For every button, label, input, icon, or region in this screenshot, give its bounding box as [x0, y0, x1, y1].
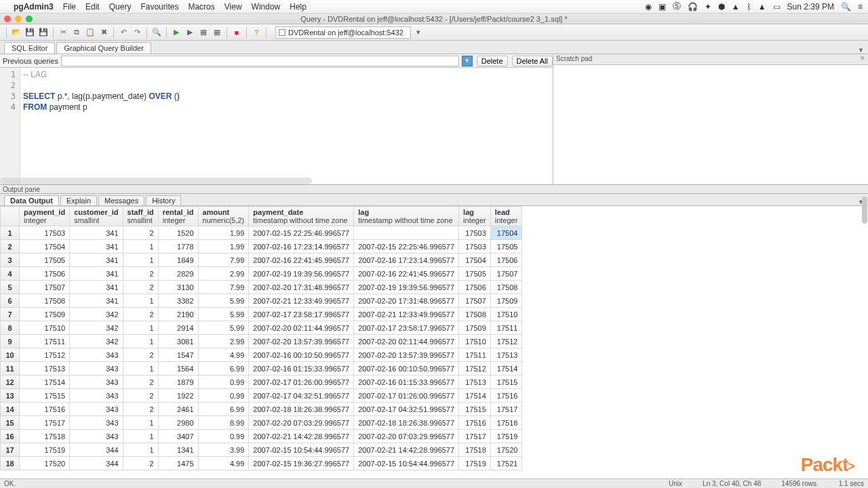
grid-cell[interactable]: 2007-02-21 12:33:49.996577	[249, 294, 354, 308]
grid-cell[interactable]: 1778	[158, 240, 198, 253]
grid-cell[interactable]: 2	[123, 457, 158, 470]
menu-view[interactable]: View	[224, 2, 242, 12]
grid-cell[interactable]: 17520	[490, 443, 522, 457]
row-header[interactable]: 10	[1, 348, 20, 362]
row-header[interactable]: 8	[1, 321, 20, 335]
grid-cell[interactable]: 2007-02-16 22:41:45.996577	[354, 267, 459, 281]
grid-cell[interactable]: 4.99	[198, 348, 249, 362]
redo-button[interactable]: ↷	[131, 26, 143, 39]
grid-cell[interactable]: 1564	[158, 362, 198, 375]
menu-window[interactable]: Window	[252, 2, 281, 12]
grid-cell[interactable]: 2007-02-16 17:23:14.996577	[354, 253, 459, 267]
grid-cell[interactable]: 2914	[158, 321, 198, 335]
grid-cell[interactable]: 17511	[20, 335, 70, 348]
grid-cell[interactable]: 2.99	[198, 267, 249, 281]
grid-cell[interactable]: 17519	[20, 443, 70, 457]
status-dropbox-icon[interactable]: ⬢	[718, 2, 725, 12]
grid-cell[interactable]: 2007-02-17 04:32:51.996577	[249, 389, 354, 403]
grid-cell[interactable]: 17509	[459, 321, 491, 335]
grid-cell[interactable]: 17518	[20, 430, 70, 443]
spotlight-icon[interactable]: 🔍	[841, 2, 851, 12]
grid-cell[interactable]: 17518	[459, 443, 491, 457]
column-header[interactable]: rental_idinteger	[158, 207, 198, 226]
grid-cell[interactable]: 0.99	[198, 389, 249, 403]
paste-button[interactable]: 📋	[84, 26, 96, 39]
grid-cell[interactable]: 17506	[459, 281, 491, 294]
grid-cell[interactable]: 2007-02-20 07:03:29.996577	[249, 416, 354, 430]
results-grid-wrap[interactable]: payment_idintegercustomer_idsmallintstaf…	[0, 206, 868, 488]
column-header[interactable]: staff_idsmallint	[123, 207, 158, 226]
explain-analyze-button[interactable]: ▦	[211, 26, 223, 39]
grid-cell[interactable]: 17517	[20, 416, 70, 430]
results-vscroll[interactable]	[862, 197, 867, 224]
grid-cell[interactable]	[354, 226, 459, 240]
grid-cell[interactable]: 17513	[459, 375, 491, 389]
grid-cell[interactable]: 3130	[158, 281, 198, 294]
grid-cell[interactable]: 17508	[490, 281, 522, 294]
grid-cell[interactable]: 1	[123, 321, 158, 335]
menu-query[interactable]: Query	[109, 2, 132, 12]
grid-cell[interactable]: 17517	[490, 403, 522, 416]
grid-cell[interactable]: 17514	[459, 389, 491, 403]
grid-cell[interactable]: 17519	[459, 457, 491, 470]
grid-cell[interactable]: 2007-02-17 01:26:00.996577	[354, 389, 459, 403]
grid-cell[interactable]: 2980	[158, 416, 198, 430]
grid-cell[interactable]: 2007-02-17 01:26:00.996577	[249, 375, 354, 389]
stop-button[interactable]: ■	[231, 26, 243, 39]
grid-cell[interactable]: 1	[123, 240, 158, 253]
status-record-icon[interactable]: ◉	[645, 2, 652, 12]
grid-cell[interactable]: 1	[123, 335, 158, 348]
grid-cell[interactable]: 2007-02-21 14:42:28.996577	[354, 443, 459, 457]
status-triangle-icon[interactable]: ▲	[732, 2, 740, 12]
grid-cell[interactable]: 1520	[158, 226, 198, 240]
scratch-close-icon[interactable]: ✕	[860, 55, 865, 64]
grid-cell[interactable]: 17506	[490, 253, 522, 267]
grid-cell[interactable]: 342	[70, 308, 123, 321]
help-button[interactable]: ?	[250, 26, 262, 39]
grid-cell[interactable]: 2	[123, 226, 158, 240]
grid-cell[interactable]: 5.99	[198, 308, 249, 321]
grid-cell[interactable]: 17510	[459, 335, 491, 348]
editor-hscroll[interactable]	[0, 178, 312, 184]
status-evernote-icon[interactable]: ✦	[705, 2, 711, 12]
status-wifi-icon[interactable]: ▲	[758, 2, 766, 12]
zoom-icon[interactable]	[26, 16, 33, 22]
find-button[interactable]: 🔍	[151, 26, 163, 39]
grid-cell[interactable]: 2007-02-20 13:57:39.996577	[249, 335, 354, 348]
grid-cell[interactable]: 1547	[158, 348, 198, 362]
app-name[interactable]: pgAdmin3	[14, 2, 54, 12]
grid-cell[interactable]: 344	[70, 443, 123, 457]
results-grid[interactable]: payment_idintegercustomer_idsmallintstaf…	[0, 206, 522, 470]
row-header[interactable]: 15	[1, 416, 20, 430]
grid-cell[interactable]: 17509	[490, 294, 522, 308]
grid-cell[interactable]: 2007-02-19 19:39:56.996577	[354, 281, 459, 294]
explain-button[interactable]: ▦	[197, 26, 210, 39]
grid-cell[interactable]: 2007-02-16 22:41:45.996577	[249, 253, 354, 267]
status-bluetooth-icon[interactable]: ᛒ	[747, 2, 751, 12]
grid-cell[interactable]: 17510	[490, 308, 522, 321]
row-header[interactable]: 14	[1, 403, 20, 416]
delete-all-button[interactable]: Delete All	[512, 56, 553, 66]
grid-cell[interactable]: 2	[123, 348, 158, 362]
grid-cell[interactable]: 341	[70, 281, 123, 294]
grid-cell[interactable]: 2007-02-16 00:10:50.996577	[249, 348, 354, 362]
tab-explain[interactable]: Explain	[60, 195, 97, 205]
grid-cell[interactable]: 2007-02-19 19:39:56.996577	[249, 267, 354, 281]
column-header[interactable]: amountnumeric(5,2)	[198, 207, 249, 226]
grid-cell[interactable]: 17519	[490, 430, 522, 443]
grid-cell[interactable]: 17513	[20, 362, 70, 375]
grid-cell[interactable]: 17512	[20, 348, 70, 362]
grid-cell[interactable]: 17507	[20, 281, 70, 294]
grid-cell[interactable]: 343	[70, 403, 123, 416]
column-header[interactable]: leadinteger	[490, 207, 522, 226]
grid-cell[interactable]: 1	[123, 362, 158, 375]
grid-cell[interactable]: 1	[123, 253, 158, 267]
grid-cell[interactable]: 17518	[490, 416, 522, 430]
row-header[interactable]: 12	[1, 375, 20, 389]
database-selector[interactable]: DVDRental on jeff@localhost:5432	[275, 26, 411, 39]
grid-cell[interactable]: 2007-02-20 17:31:48.996577	[354, 294, 459, 308]
grid-cell[interactable]: 2007-02-20 17:31:48.996577	[249, 281, 354, 294]
row-header[interactable]: 9	[1, 335, 20, 348]
row-header[interactable]: 11	[1, 362, 20, 375]
undo-button[interactable]: ↶	[117, 26, 130, 39]
